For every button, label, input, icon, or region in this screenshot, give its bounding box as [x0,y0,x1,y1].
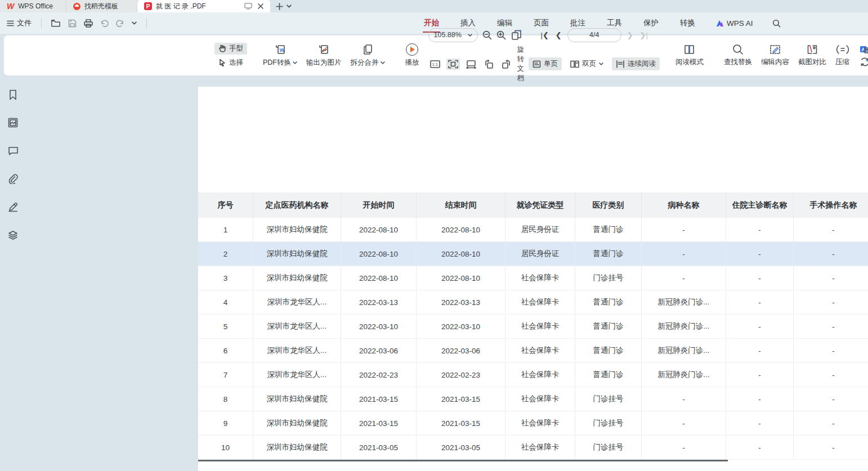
zoom-in-icon[interactable] [496,30,506,40]
open-folder-icon[interactable] [51,19,61,28]
word-translate-button[interactable]: xA 划词翻译 [860,57,868,67]
table-row: 1深圳市妇幼保健院2022-08-102022-08-10居民身份证普通门诊--… [198,218,868,242]
signature-panel-button[interactable] [6,200,20,214]
screenshot-compare-button[interactable]: 截图对比 [794,43,831,68]
table-cell: - [794,242,868,266]
table-cell: 2022-03-13 [341,290,417,314]
table-cell: - [642,242,726,266]
hand-icon [218,44,226,52]
export-image-button[interactable]: 输出为图片 [302,43,346,68]
chevron-down-icon [599,62,603,65]
table-cell: - [726,411,794,435]
find-replace-button[interactable]: 查找替换 [719,43,757,68]
table-header-cell: 就诊凭证类型 [505,192,575,218]
rotate-doc-label[interactable]: 旋转文档 [517,45,525,83]
menu-item-wps-ai[interactable]: WPS AI [715,19,753,28]
rotate-pages-icon[interactable] [511,29,523,41]
tab-list-chevron-icon[interactable] [287,5,292,8]
table-header-cell: 序号 [198,192,253,218]
layers-panel-button[interactable] [6,228,20,242]
last-page-button[interactable]: ❯| [639,31,649,39]
compress-button[interactable]: 压缩 [831,43,854,68]
tab-docer-templates[interactable]: 找稻壳模板 [66,0,137,12]
hand-tool-button[interactable]: 手型 [214,43,247,55]
bookmark-panel-button[interactable] [6,88,20,101]
chevron-down-icon [381,61,385,64]
pdf-convert-button[interactable]: W PDF转换 [258,43,302,68]
rotate-right-button[interactable] [500,59,513,70]
table-row: 6深圳市龙华区人...2022-03-062022-03-06社会保障卡普通门诊… [198,339,868,363]
double-page-button[interactable]: 双页 [566,57,607,70]
zoom-out-icon[interactable] [482,30,492,40]
menu-item-convert[interactable]: 转换 [679,16,696,30]
split-merge-label: 拆分合并 [351,58,379,68]
save-icon[interactable] [68,19,77,28]
table-cell: 社会保障卡 [505,266,575,290]
table-cell: 社会保障卡 [505,315,575,338]
table-cell: 2022-03-13 [417,290,505,314]
pdf-page[interactable]: 序号定点医药机构名称开始时间结束时间就诊凭证类型医疗类别病种名称住院主诊断名称手… [198,87,868,471]
fit-width-button[interactable] [464,59,478,70]
monitor-icon[interactable] [244,3,252,10]
quick-access-chevron-icon[interactable] [132,21,137,25]
svg-text:x: x [861,62,863,66]
rotate-left-button[interactable] [482,59,495,70]
hand-tool-label: 手型 [229,44,243,53]
table-cell: - [642,387,726,411]
first-page-button[interactable]: |❮ [540,31,550,39]
split-merge-button[interactable]: 拆分合并 [346,43,390,68]
play-button[interactable]: 播放 [401,43,424,68]
table-header-cell: 住院主诊断名称 [726,192,794,218]
file-menu-button[interactable]: 文件 [7,18,32,28]
tab-document-pdf[interactable]: P 就 医 记 录 .PDF [137,0,270,12]
screenshot-compare-icon [806,44,818,55]
select-tool-button[interactable]: 选择 [214,57,247,69]
read-mode-button[interactable]: 阅读模式 [671,43,708,68]
table-header-row: 序号定点医药机构名称开始时间结束时间就诊凭证类型医疗类别病种名称住院主诊断名称手… [198,192,868,218]
edit-content-button[interactable]: 编辑内容 [757,43,794,68]
split-merge-icon [361,43,374,56]
new-tab-icon[interactable] [276,3,283,10]
table-cell: 社会保障卡 [505,290,575,314]
single-page-button[interactable]: 单页 [529,57,562,70]
table-cell: - [726,315,794,338]
table-cell: 2022-08-10 [417,242,505,266]
table-cell: 3 [198,266,253,290]
table-cell: 深圳市妇幼保健院 [253,436,341,459]
zoom-level-select[interactable]: 105.88% [428,28,478,42]
actual-size-button[interactable]: 1:1 [428,59,442,70]
attachment-panel-button[interactable] [6,172,20,186]
page-indicator-box[interactable]: 4/4 [567,28,621,42]
table-cell: - [794,436,868,459]
tab-wps-office[interactable]: W WPS Office [0,0,66,12]
table-cell: - [726,218,794,241]
table-cell: 新冠肺炎门诊... [642,290,726,314]
table-cell: - [794,363,868,387]
full-translate-icon: A [860,45,868,53]
table-cell: 深圳市妇幼保健院 [253,218,341,241]
undo-icon[interactable] [100,20,109,27]
table-cell: 2022-08-10 [417,218,505,241]
table-cell: 深圳市龙华区人... [253,339,341,362]
table-cell: 社会保障卡 [505,436,575,459]
menu-search-icon[interactable] [772,19,781,28]
full-translate-button[interactable]: A 全文翻译 [860,44,868,54]
comment-panel-button[interactable] [6,144,20,158]
table-cell: - [794,411,868,435]
close-tab-icon[interactable] [258,3,263,9]
table-cell: - [726,290,794,314]
table-bottom-rule [198,460,728,461]
continuous-read-label: 连续阅读 [628,59,656,69]
fit-page-button[interactable] [446,59,460,70]
print-icon[interactable] [84,19,93,28]
redo-icon[interactable] [116,20,124,27]
table-cell: 深圳市妇幼保健院 [253,411,341,435]
prev-page-button[interactable]: ❮ [554,31,563,39]
thumbnail-panel-button[interactable] [6,116,20,129]
next-page-button[interactable]: ❯ [626,31,634,39]
edit-content-label: 编辑内容 [761,57,789,67]
table-cell: 门诊挂号 [575,436,642,459]
continuous-read-button[interactable]: 连续阅读 [612,57,660,70]
table-cell: 门诊挂号 [575,411,642,435]
table-cell: 2022-08-10 [341,266,417,290]
